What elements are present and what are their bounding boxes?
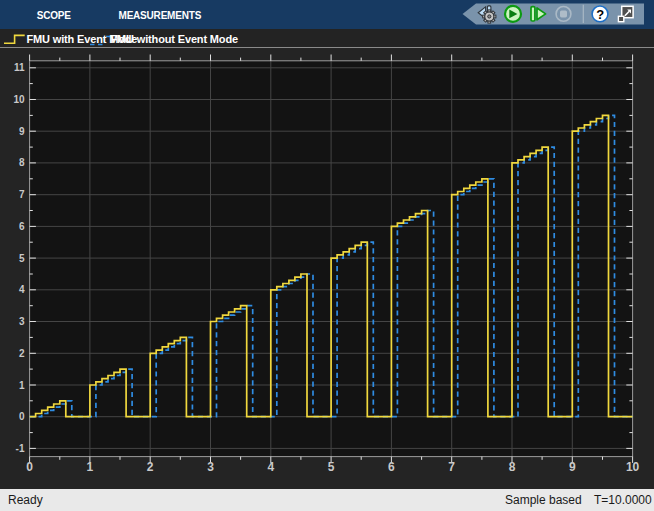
svg-text:7: 7: [19, 189, 25, 200]
svg-text:3: 3: [19, 316, 25, 327]
svg-text:2: 2: [147, 460, 154, 474]
svg-text:8: 8: [19, 157, 25, 168]
svg-text:5: 5: [328, 460, 335, 474]
svg-text:4: 4: [19, 284, 25, 295]
svg-text:2: 2: [19, 348, 25, 359]
svg-text:10: 10: [626, 460, 640, 474]
svg-text:10: 10: [13, 94, 25, 105]
svg-text:?: ?: [596, 7, 604, 22]
svg-text:1: 1: [19, 380, 25, 391]
svg-text:7: 7: [448, 460, 455, 474]
svg-text:0: 0: [26, 460, 33, 474]
svg-text:4: 4: [267, 460, 274, 474]
svg-text:0: 0: [19, 411, 25, 422]
svg-text:5: 5: [19, 253, 25, 264]
svg-text:11: 11: [14, 62, 25, 73]
svg-text:-1: -1: [16, 443, 25, 454]
svg-text:9: 9: [569, 460, 576, 474]
svg-text:6: 6: [19, 221, 25, 232]
svg-text:9: 9: [19, 126, 25, 137]
svg-text:8: 8: [509, 460, 516, 474]
svg-text:3: 3: [207, 460, 214, 474]
svg-text:6: 6: [388, 460, 395, 474]
svg-text:1: 1: [87, 460, 94, 474]
